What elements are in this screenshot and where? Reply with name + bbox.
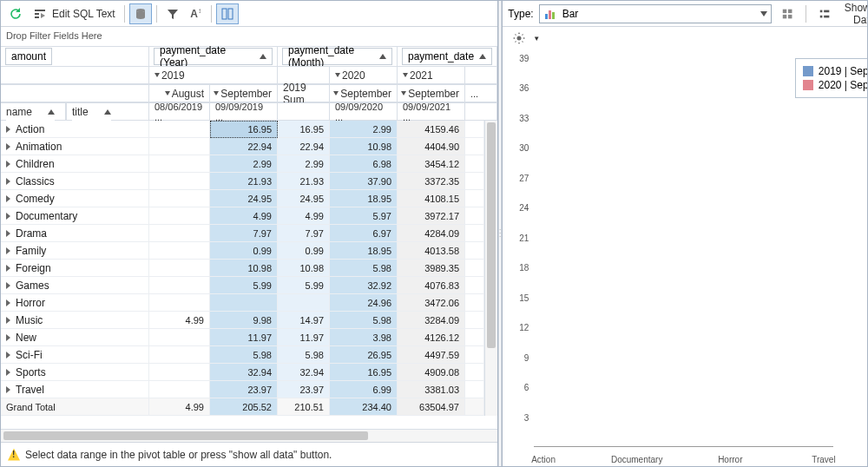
table-row[interactable]: Foreign10.9810.985.983989.35 (1, 260, 484, 277)
svg-rect-12 (824, 10, 829, 12)
svg-rect-7 (788, 9, 792, 12)
col-2019[interactable]: 2019 (161, 69, 185, 82)
svg-point-0 (136, 9, 145, 12)
svg-rect-9 (788, 14, 792, 17)
colfield-month[interactable]: payment_date (Month) (282, 48, 392, 65)
svg-rect-11 (819, 15, 822, 17)
chart-settings-button[interactable]: ▼ (508, 28, 544, 49)
svg-rect-10 (819, 10, 822, 12)
svg-point-14 (517, 36, 522, 41)
rowfield-title[interactable]: title (72, 103, 111, 121)
table-row[interactable]: Drama7.977.976.974284.09 (1, 225, 484, 242)
table-row[interactable]: Horror24.963472.06 (1, 294, 484, 312)
font-size-icon[interactable]: A↕ (186, 3, 207, 24)
chart-type-label: Type: (508, 8, 533, 20)
table-row[interactable]: New11.9711.973.984126.12 (1, 329, 484, 346)
table-row[interactable]: Comedy24.9524.9518.954108.15 (1, 190, 484, 207)
table-row[interactable]: Travel23.9723.976.993381.03 (1, 381, 484, 398)
refresh-button[interactable] (4, 3, 27, 24)
table-row[interactable]: Sci-Fi5.985.9826.954497.59 (1, 346, 484, 364)
show-all-data-button[interactable]: Show All Data (814, 3, 868, 24)
table-row[interactable]: Classics21.9321.9337.903372.35 (1, 173, 484, 190)
edit-sql-button[interactable]: Edit SQL Text (29, 3, 120, 24)
svg-rect-13 (824, 15, 829, 17)
colfield-year[interactable]: payment_date (Year) (154, 48, 273, 65)
chart-plot[interactable] (534, 58, 832, 447)
table-row[interactable]: Games5.995.9932.924076.83 (1, 277, 484, 294)
pivot-toolbar: Edit SQL Text A↕ (1, 1, 497, 27)
hint-bar: Select data range in the pivot table or … (1, 442, 497, 466)
colfield-date[interactable]: payment_date (402, 48, 492, 65)
table-row[interactable]: Sports32.9432.9416.954909.08 (1, 364, 484, 381)
pivot-pane: Edit SQL Text A↕ Drop Filter Fields Here… (1, 1, 498, 466)
chart-pane: Type: Bar Show All Data ▼ 2019 | Septem … (502, 1, 868, 466)
warning-icon (8, 449, 20, 461)
chart-options-button[interactable] (777, 3, 798, 24)
rowfield-name[interactable]: name (6, 103, 55, 121)
measure-amount[interactable]: amount (5, 48, 52, 65)
svg-rect-5 (552, 12, 555, 19)
filter-icon[interactable] (161, 3, 184, 24)
table-row[interactable]: Action16.9516.952.994159.46 (1, 121, 484, 138)
svg-rect-4 (549, 10, 551, 19)
svg-rect-2 (228, 9, 233, 19)
svg-rect-8 (782, 14, 786, 17)
horizontal-scrollbar[interactable] (1, 429, 497, 442)
table-row[interactable]: Children2.992.996.983454.12 (1, 155, 484, 173)
table-row[interactable]: Family0.990.9918.954013.58 (1, 242, 484, 260)
table-row[interactable]: Documentary4.994.995.973972.17 (1, 207, 484, 225)
vertical-scrollbar[interactable] (484, 121, 497, 416)
col-2021[interactable]: 2021 (410, 69, 433, 82)
svg-rect-6 (782, 9, 786, 12)
col-2020[interactable]: 2020 (342, 69, 365, 82)
col-august[interactable]: August (172, 88, 204, 100)
table-row[interactable]: Animation22.9422.9410.984404.90 (1, 138, 484, 155)
grand-total-row[interactable]: Grand Total4.99205.52210.51234.4063504.9… (1, 398, 484, 416)
chart-area: 2019 | Septem 2020 | Septem 369121518212… (503, 49, 868, 466)
svg-rect-3 (545, 14, 548, 19)
chart-type-combo[interactable]: Bar (539, 4, 772, 23)
toggle-chart-button[interactable] (216, 3, 239, 24)
table-row[interactable]: Music4.999.9814.975.983284.09 (1, 312, 484, 329)
db-view-button[interactable] (129, 3, 152, 24)
filter-drop-area[interactable]: Drop Filter Fields Here (1, 27, 497, 46)
svg-rect-1 (222, 9, 227, 19)
